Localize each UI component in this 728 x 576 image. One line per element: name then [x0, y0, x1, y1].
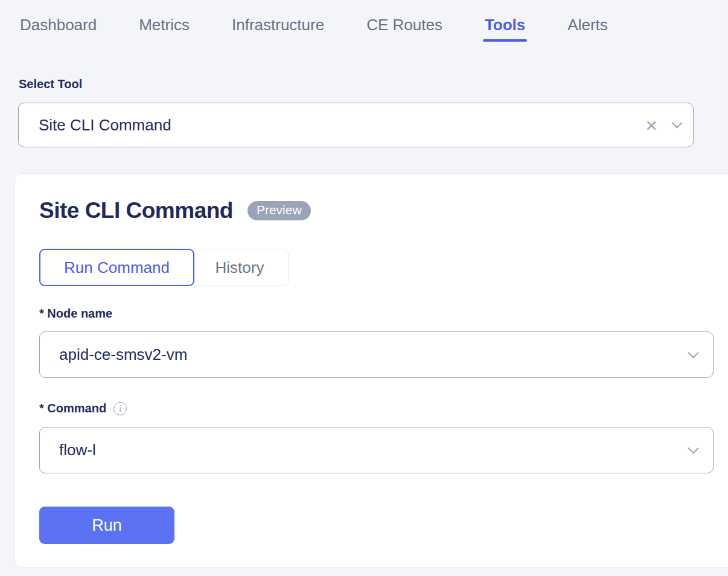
panel-title: Site CLI Command: [39, 198, 233, 223]
tab-history[interactable]: History: [191, 249, 289, 286]
chevron-down-icon[interactable]: [688, 347, 698, 358]
node-name-value: apid-ce-smsv2-vm: [59, 345, 187, 364]
nav-item-tools[interactable]: Tools: [485, 16, 525, 34]
nav-item-ce-routes[interactable]: CE Routes: [366, 16, 442, 34]
chevron-down-icon[interactable]: [671, 117, 682, 128]
tool-select-value: Site CLI Command: [39, 116, 171, 135]
command-value: flow-l: [59, 441, 96, 459]
nav-item-alerts[interactable]: Alerts: [567, 16, 607, 34]
chevron-down-icon[interactable]: [688, 443, 698, 453]
info-icon[interactable]: i: [113, 402, 127, 415]
preview-badge: Preview: [247, 201, 311, 220]
nav-item-metrics[interactable]: Metrics: [139, 16, 190, 34]
nav-item-dashboard[interactable]: Dashboard: [20, 16, 97, 34]
top-nav: Dashboard Metrics Infrastructure CE Rout…: [0, 0, 728, 48]
tab-run-command[interactable]: Run Command: [39, 249, 194, 286]
tool-select-dropdown[interactable]: Site CLI Command ×: [18, 103, 694, 147]
run-button[interactable]: Run: [39, 507, 174, 544]
command-label-text: * Command: [39, 402, 106, 415]
node-name-label-text: * Node name: [39, 307, 112, 321]
site-cli-command-panel: Site CLI Command Preview Run Command His…: [14, 173, 728, 568]
panel-tabs: Run Command History: [39, 249, 289, 286]
select-tool-label: Select Tool: [19, 77, 82, 91]
tool-select-icons: ×: [645, 115, 681, 135]
command-label: * Command i: [39, 402, 127, 415]
command-dropdown[interactable]: flow-l: [39, 427, 714, 473]
clear-icon[interactable]: ×: [645, 115, 657, 135]
node-name-label: * Node name: [39, 307, 112, 321]
node-name-dropdown[interactable]: apid-ce-smsv2-vm: [39, 331, 714, 378]
nav-item-infrastructure[interactable]: Infrastructure: [232, 16, 324, 34]
panel-header: Site CLI Command Preview: [39, 198, 311, 223]
